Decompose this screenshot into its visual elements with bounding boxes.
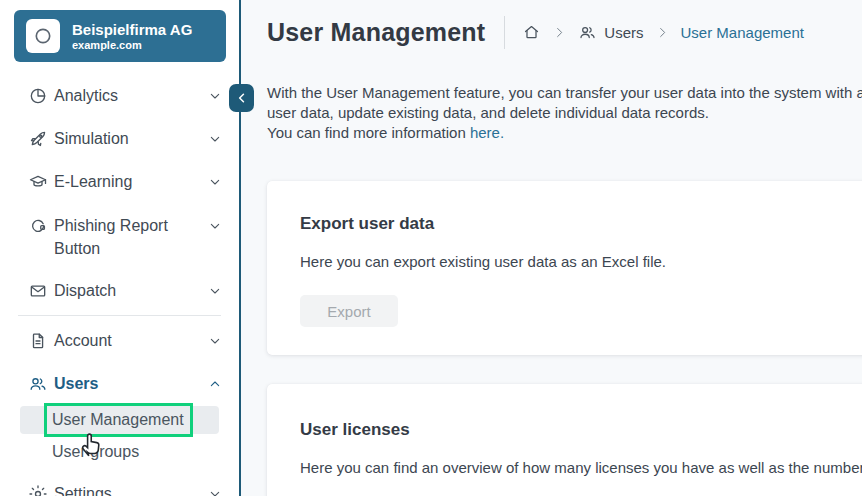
chevron-right-icon — [552, 25, 567, 40]
breadcrumb-users[interactable]: Users — [578, 23, 643, 42]
intro-line-1: With the User Management feature, you ca… — [267, 83, 862, 103]
sidebar-item-simulation[interactable]: Simulation — [0, 117, 239, 160]
header-divider — [504, 16, 505, 49]
sidebar-collapse-button[interactable] — [229, 84, 254, 112]
chevron-down-icon — [207, 486, 223, 496]
organization-name: Beispielfirma AG — [72, 21, 192, 39]
sub-item-label: User Management — [52, 411, 184, 429]
main-content: User Management Users User Management — [243, 0, 862, 496]
sidebar-item-settings[interactable]: Settings — [0, 472, 239, 496]
more-information-link[interactable]: here. — [470, 124, 504, 141]
export-button[interactable]: Export — [300, 295, 398, 327]
users-icon — [28, 374, 48, 394]
chevron-left-icon — [235, 91, 249, 105]
intro-line-3: You can find more information here. — [267, 123, 862, 143]
rocket-icon — [28, 129, 48, 149]
home-icon — [522, 23, 541, 42]
sidebar-item-label: Phishing Report Button — [54, 214, 194, 260]
sidebar-item-account[interactable]: Account — [0, 319, 239, 362]
chevron-up-icon — [207, 376, 223, 392]
chevron-down-icon — [207, 218, 223, 234]
sidebar-item-label: Settings — [54, 485, 207, 496]
graduation-cap-icon — [28, 172, 48, 192]
organization-card[interactable]: Beispielfirma AG example.com — [14, 10, 226, 62]
sidebar-item-dispatch[interactable]: Dispatch — [0, 269, 239, 312]
card-body: Here you can find an overview of how man… — [300, 459, 862, 476]
gear-icon — [28, 484, 48, 496]
chevron-right-icon — [655, 25, 670, 40]
intro-line-2: user data, update existing data, and del… — [267, 103, 862, 123]
sidebar-item-label: E-Learning — [54, 173, 207, 191]
sidebar-item-label: Users — [54, 375, 207, 393]
sidebar-item-label: Account — [54, 332, 207, 350]
chevron-down-icon — [207, 333, 223, 349]
sidebar-item-label: Analytics — [54, 87, 207, 105]
sidebar-item-user-groups[interactable]: User groups — [20, 438, 219, 466]
pie-chart-icon — [28, 86, 48, 106]
sidebar-item-label: Dispatch — [54, 282, 207, 300]
chevron-down-icon — [207, 131, 223, 147]
sidebar-item-user-management[interactable]: User Management — [20, 406, 219, 434]
sidebar-item-e-learning[interactable]: E-Learning — [0, 160, 239, 203]
sub-item-label: User groups — [52, 443, 139, 461]
sidebar-item-users[interactable]: Users — [0, 362, 239, 405]
organization-domain: example.com — [72, 39, 192, 52]
chevron-down-icon — [207, 174, 223, 190]
breadcrumb: Users User Management — [522, 23, 804, 42]
chevron-down-icon — [207, 283, 223, 299]
breadcrumb-home[interactable] — [522, 23, 541, 42]
card-title: User licenses — [300, 420, 862, 440]
intro-text: With the User Management feature, you ca… — [267, 83, 862, 143]
phishing-hook-icon — [28, 216, 48, 236]
sidebar-divider — [18, 315, 221, 316]
export-user-data-card: Export user data Here you can export exi… — [267, 181, 862, 355]
sidebar: Beispielfirma AG example.com Analytics S… — [0, 0, 241, 496]
chevron-down-icon — [207, 88, 223, 104]
organization-logo-icon — [26, 19, 60, 53]
sidebar-item-analytics[interactable]: Analytics — [0, 74, 239, 117]
users-icon — [578, 23, 597, 42]
card-title: Export user data — [300, 214, 862, 234]
page-title: User Management — [267, 18, 485, 47]
sidebar-item-phishing-report-button[interactable]: Phishing Report Button — [0, 203, 239, 269]
sidebar-item-label: Simulation — [54, 130, 207, 148]
card-body: Here you can export existing user data a… — [300, 253, 862, 270]
breadcrumb-current[interactable]: User Management — [681, 24, 804, 41]
document-icon — [28, 331, 48, 351]
envelope-icon — [28, 281, 48, 301]
sidebar-nav: Analytics Simulation E-Learning — [0, 74, 239, 496]
page-header: User Management Users User Management — [267, 0, 862, 50]
user-licenses-card: User licenses Here you can find an overv… — [267, 384, 862, 496]
breadcrumb-users-label: Users — [604, 24, 643, 41]
